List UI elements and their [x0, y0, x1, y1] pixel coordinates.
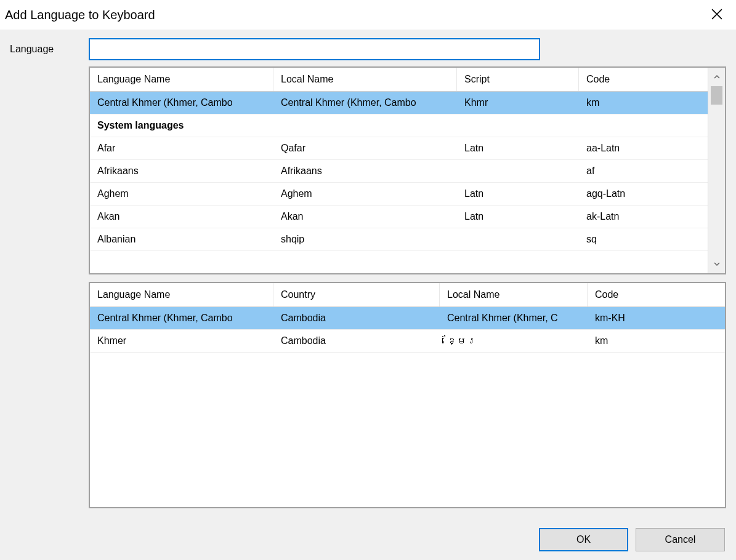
table-cell: Latn	[457, 206, 579, 228]
col-script[interactable]: Script	[457, 68, 579, 91]
table-cell: ខ្មែរ	[440, 330, 588, 352]
table-cell: Aghem	[90, 183, 273, 205]
table-cell: Latn	[457, 183, 579, 205]
table-cell: km-KH	[588, 307, 725, 329]
add-language-dialog: Add Language to Keyboard Language Langua…	[0, 0, 736, 560]
variant-grid-body: Central Khmer (Khmer, CamboCambodiaCentr…	[90, 307, 725, 353]
table-row[interactable]: AghemAghemLatnagq-Latn	[90, 183, 725, 206]
language-list-table: Language Name Local Name Script Code Cen…	[89, 66, 726, 274]
language-input-row: Language	[10, 38, 726, 60]
col-local-name[interactable]: Local Name	[273, 68, 457, 91]
close-icon	[711, 9, 722, 20]
table-row[interactable]: Central Khmer (Khmer, CamboCambodiaCentr…	[90, 307, 725, 330]
language-grid-body: Central Khmer (Khmer, CamboCentral Khmer…	[90, 92, 725, 251]
table-cell: Akan	[90, 206, 273, 228]
table-cell: Afrikaans	[273, 160, 457, 182]
scroll-track[interactable]	[708, 86, 725, 255]
col-variant-language-name[interactable]: Language Name	[90, 283, 273, 306]
col-country[interactable]: Country	[273, 283, 440, 306]
table-row[interactable]: KhmerCambodiaខ្មែរkm	[90, 330, 725, 353]
table-cell	[457, 160, 579, 182]
table-cell	[273, 114, 457, 137]
table-row[interactable]: System languages	[90, 114, 725, 137]
table-cell: Afar	[90, 137, 273, 159]
scroll-down-button[interactable]	[708, 255, 725, 273]
table-cell: Khmr	[457, 92, 579, 114]
table-cell: sq	[579, 228, 725, 250]
table-cell: Cambodia	[273, 307, 440, 329]
table-cell	[579, 114, 725, 137]
scrollbar[interactable]	[708, 68, 725, 273]
table-cell: System languages	[90, 114, 273, 137]
table-row[interactable]: AfrikaansAfrikaansaf	[90, 160, 725, 183]
table-cell: Albanian	[90, 228, 273, 250]
table-cell: Cambodia	[273, 330, 440, 352]
table-row[interactable]: AfarQafarLatnaa-Latn	[90, 137, 725, 160]
cancel-button[interactable]: Cancel	[636, 528, 725, 551]
dialog-body: Language Language Name Local Name Script…	[0, 30, 736, 508]
table-cell: Central Khmer (Khmer, Cambo	[90, 92, 273, 114]
table-cell: Central Khmer (Khmer, C	[440, 307, 588, 329]
language-grid: Language Name Local Name Script Code Cen…	[90, 68, 725, 251]
dialog-buttons: OK Cancel	[539, 528, 725, 551]
table-cell: agq-Latn	[579, 183, 725, 205]
scroll-up-button[interactable]	[708, 68, 725, 86]
col-language-name[interactable]: Language Name	[90, 68, 273, 91]
titlebar: Add Language to Keyboard	[0, 0, 736, 30]
table-row[interactable]: AkanAkanLatnak-Latn	[90, 206, 725, 228]
table-cell	[457, 228, 579, 250]
close-button[interactable]	[706, 6, 727, 24]
table-cell: Aghem	[273, 183, 457, 205]
table-cell: Afrikaans	[90, 160, 273, 182]
col-variant-code[interactable]: Code	[588, 283, 725, 306]
table-row[interactable]: Central Khmer (Khmer, CamboCentral Khmer…	[90, 92, 725, 114]
table-cell: ak-Latn	[579, 206, 725, 228]
col-variant-local-name[interactable]: Local Name	[440, 283, 588, 306]
table-cell: Central Khmer (Khmer, Cambo	[90, 307, 273, 329]
table-cell: Latn	[457, 137, 579, 159]
table-cell: Akan	[273, 206, 457, 228]
variant-list-table: Language Name Country Local Name Code Ce…	[89, 282, 726, 508]
table-cell: shqip	[273, 228, 457, 250]
variant-grid: Language Name Country Local Name Code Ce…	[90, 283, 725, 353]
table-cell: km	[579, 92, 725, 114]
table-cell: aa-Latn	[579, 137, 725, 159]
language-label: Language	[10, 44, 78, 55]
table-cell: af	[579, 160, 725, 182]
table-cell	[457, 114, 579, 137]
dialog-title: Add Language to Keyboard	[5, 8, 155, 22]
table-cell: Khmer	[90, 330, 273, 352]
table-cell: Qafar	[273, 137, 457, 159]
table-cell: km	[588, 330, 725, 352]
col-code[interactable]: Code	[579, 68, 725, 91]
scroll-thumb[interactable]	[711, 86, 722, 105]
chevron-up-icon	[714, 74, 720, 80]
ok-button[interactable]: OK	[539, 528, 628, 551]
variant-grid-header: Language Name Country Local Name Code	[90, 283, 725, 307]
chevron-down-icon	[714, 261, 720, 267]
table-row[interactable]: Albanianshqipsq	[90, 228, 725, 251]
language-search-input[interactable]	[89, 38, 540, 60]
language-grid-header: Language Name Local Name Script Code	[90, 68, 725, 92]
table-cell: Central Khmer (Khmer, Cambo	[273, 92, 457, 114]
